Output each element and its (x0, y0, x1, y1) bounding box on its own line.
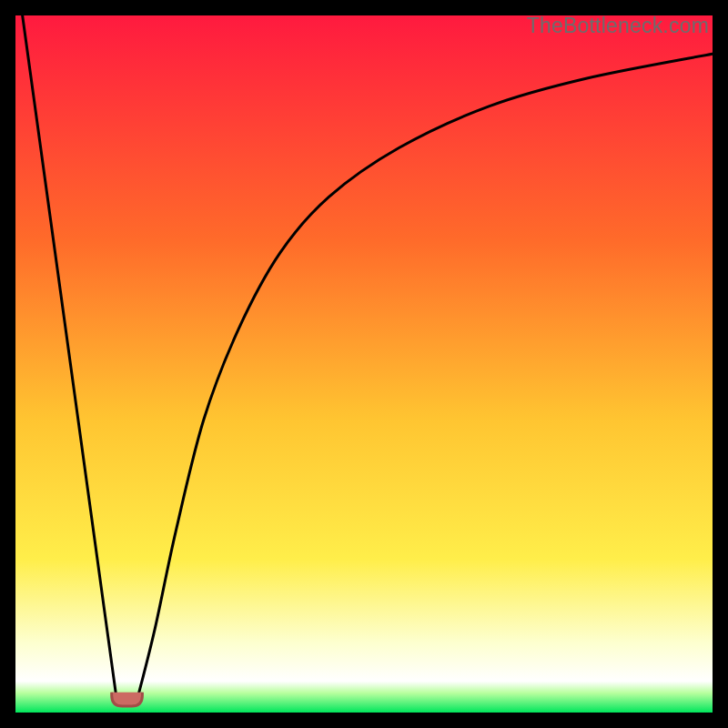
chart-frame: TheBottleneck.com (15, 15, 713, 713)
gradient-background (15, 15, 713, 713)
min-marker (112, 693, 143, 706)
chart-svg (15, 15, 713, 713)
watermark-text: TheBottleneck.com (527, 14, 709, 38)
